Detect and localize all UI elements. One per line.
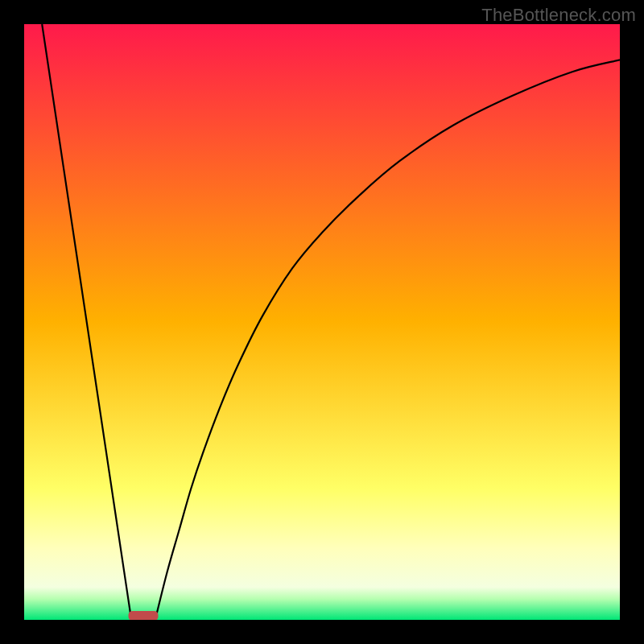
chart-svg: [24, 24, 620, 620]
bottom-marker: [129, 611, 159, 620]
plot-area: [24, 24, 620, 620]
watermark-text: TheBottleneck.com: [481, 5, 636, 26]
chart-frame: TheBottleneck.com: [0, 0, 644, 644]
gradient-background: [24, 24, 620, 620]
